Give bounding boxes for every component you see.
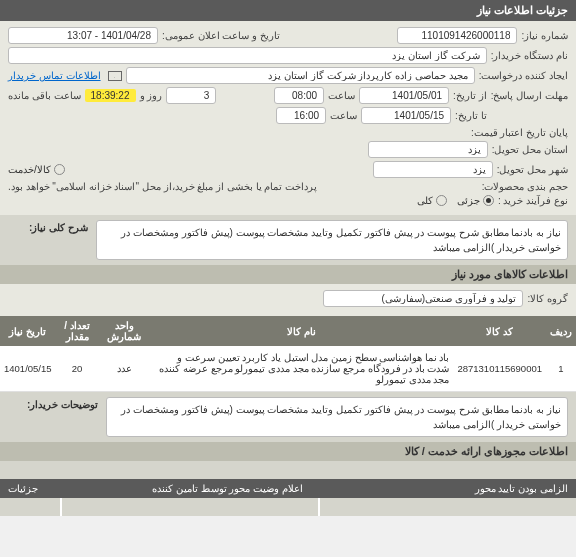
- cell-unit: عدد: [99, 346, 150, 392]
- envelope-icon: [108, 71, 122, 81]
- desc-band: نیاز به بادنما مطابق شرح پیوست در پیش فا…: [0, 215, 576, 265]
- full-radio[interactable]: کلی: [417, 195, 447, 206]
- items-table: ردیف کد کالا نام کالا واحد شمارش تعداد /…: [0, 316, 576, 392]
- bottom-bar: الزامی بودن تایید محور اعلام وضیت محور ت…: [0, 479, 576, 498]
- cell-idx: 1: [546, 346, 576, 392]
- desc-text: نیاز به بادنما مطابق شرح پیوست در پیش فا…: [96, 220, 568, 260]
- buyer-org-label: نام دستگاه خریدار:: [491, 50, 568, 61]
- explain-band: نیاز به بادنما مطابق شرح پیوست در پیش فا…: [0, 392, 576, 442]
- table-row[interactable]: 1 2871310115690001 باد نما هواشناسی سطح …: [0, 346, 576, 392]
- payment-note: پرداخت تمام یا بخشی از مبلغ خرید،از محل …: [8, 181, 317, 192]
- items-group-row: گروه کالا:: [0, 284, 576, 316]
- days-unit: روز و: [140, 90, 163, 101]
- th-idx: ردیف: [546, 316, 576, 346]
- pub-date-label: تاریخ و ساعت اعلان عمومی:: [162, 30, 280, 41]
- table-header-row: ردیف کد کالا نام کالا واحد شمارش تعداد /…: [0, 316, 576, 346]
- hour-label-2: ساعت: [330, 110, 357, 121]
- hour-label-1: ساعت: [328, 90, 355, 101]
- from-hour-field[interactable]: [274, 87, 324, 104]
- th-unit: واحد شمارش: [99, 316, 150, 346]
- credit-expiry-label: پایان تاریخ اعتبار قیمت:: [471, 127, 568, 138]
- province-label: استان محل تحویل:: [492, 144, 568, 155]
- city-label: شهر محل تحویل:: [497, 164, 568, 175]
- contact-link[interactable]: اطلاعات تماس خریدار: [8, 70, 101, 81]
- permits-section-head: اطلاعات مجوزهای ارائه خدمت / کالا: [0, 442, 576, 461]
- deadline-label: مهلت ارسال پاسخ:: [491, 90, 568, 101]
- proc-type-label: نوع فرآیند خرید :: [498, 195, 568, 206]
- th-date: تاریخ نیاز: [0, 316, 56, 346]
- cell-code: 2871310115690001: [453, 346, 546, 392]
- province-field[interactable]: [368, 141, 488, 158]
- cell-name: باد نما هواشناسی سطح زمین مدل استیل یاد …: [150, 346, 454, 392]
- footer-col2: اعلام وضیت محور توسط تامین کننده: [58, 483, 303, 494]
- partial-radio[interactable]: جزئی: [457, 195, 494, 206]
- explain-text: نیاز به بادنما مطابق شرح پیوست در پیش فا…: [106, 397, 568, 437]
- permits-placeholder: [0, 461, 576, 479]
- days-field[interactable]: [166, 87, 216, 104]
- panel-header: جزئیات اطلاعات نیاز: [0, 0, 576, 21]
- need-no-label: شماره نیاز:: [521, 30, 568, 41]
- items-section-head: اطلاعات کالاهای مورد نیاز: [0, 265, 576, 284]
- goods-svc-radio[interactable]: کالا/خدمت: [8, 164, 65, 175]
- footer-col1: الزامی بودن تایید محور: [323, 483, 568, 494]
- to-date-field[interactable]: [361, 107, 451, 124]
- th-name: نام کالا: [150, 316, 454, 346]
- explain-label: توضیحات خریدار:: [8, 397, 98, 412]
- from-date-field[interactable]: [359, 87, 449, 104]
- goods-svc-group: کالا/خدمت: [8, 164, 65, 175]
- panel-title: جزئیات اطلاعات نیاز: [477, 4, 568, 16]
- from-label: از تاریخ:: [453, 90, 487, 101]
- has-copy-label: حجم بندی محصولات:: [482, 181, 568, 192]
- proc-type-group: جزئی کلی: [417, 195, 494, 206]
- buyer-org-field[interactable]: [8, 47, 487, 64]
- requester-label: ایجاد کننده درخواست:: [479, 70, 568, 81]
- form-area: شماره نیاز: تاریخ و ساعت اعلان عمومی: نا…: [0, 21, 576, 215]
- requester-field[interactable]: [126, 67, 475, 84]
- th-code: کد کالا: [453, 316, 546, 346]
- time-left-label: ساعت باقی مانده: [8, 90, 81, 101]
- th-qty: تعداد / مقدار: [56, 316, 99, 346]
- city-field[interactable]: [373, 161, 493, 178]
- footer-col3: جزئیات: [8, 483, 38, 494]
- time-left-badge: 18:39:22: [85, 89, 136, 102]
- bottom-blocks: [0, 498, 576, 516]
- cell-date: 1401/05/15: [0, 346, 56, 392]
- desc-title: شرح کلی نیاز:: [8, 220, 88, 235]
- pub-date-field[interactable]: [8, 27, 158, 44]
- to-label: تا تاریخ:: [455, 110, 487, 121]
- cell-qty: 20: [56, 346, 99, 392]
- to-hour-field[interactable]: [276, 107, 326, 124]
- need-no-field[interactable]: [397, 27, 517, 44]
- group-label: گروه کالا:: [527, 293, 568, 304]
- group-field[interactable]: [323, 290, 523, 307]
